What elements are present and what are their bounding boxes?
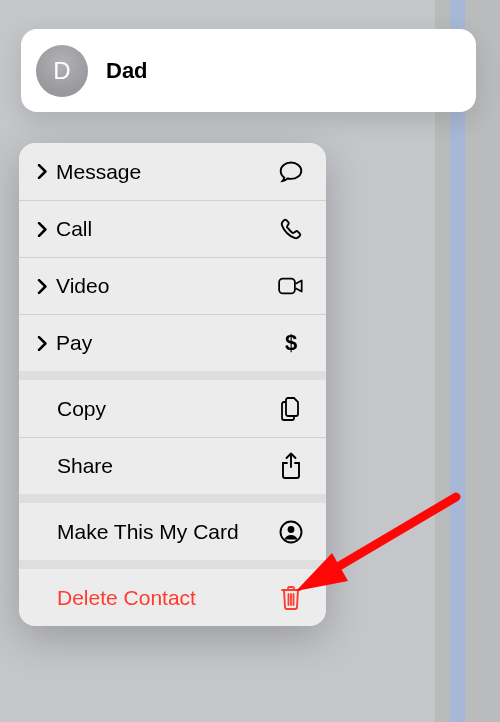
dollar-icon: $: [278, 330, 304, 356]
context-menu: Message Call: [19, 143, 326, 626]
person-circle-icon: [278, 519, 304, 545]
chevron-right-icon: [37, 164, 48, 179]
chevron-right-icon: [37, 336, 48, 351]
blurred-background: D Dad Message Call: [0, 0, 500, 722]
svg-rect-0: [279, 279, 295, 294]
contact-card[interactable]: D Dad: [21, 29, 476, 112]
share-icon: [278, 453, 304, 479]
menu-item-call-label: Call: [56, 217, 92, 241]
menu-item-share[interactable]: Share: [19, 437, 326, 494]
menu-item-call[interactable]: Call: [19, 200, 326, 257]
menu-item-make-my-card[interactable]: Make This My Card: [19, 503, 326, 560]
menu-separator: [19, 371, 326, 380]
chevron-right-icon: [37, 222, 48, 237]
menu-separator: [19, 560, 326, 569]
contact-initial: D: [53, 57, 70, 85]
menu-item-message[interactable]: Message: [19, 143, 326, 200]
menu-item-video-label: Video: [56, 274, 109, 298]
menu-item-make-my-card-label: Make This My Card: [57, 520, 239, 544]
copy-icon: [278, 396, 304, 422]
phone-icon: [278, 216, 304, 242]
menu-item-delete-label: Delete Contact: [57, 586, 196, 610]
menu-item-copy-label: Copy: [57, 397, 106, 421]
trash-icon: [278, 585, 304, 611]
chevron-right-icon: [37, 279, 48, 294]
menu-item-pay[interactable]: Pay $: [19, 314, 326, 371]
contact-name-label: Dad: [106, 58, 148, 84]
menu-item-video[interactable]: Video: [19, 257, 326, 314]
message-icon: [278, 159, 304, 185]
menu-item-delete-contact[interactable]: Delete Contact: [19, 569, 326, 626]
video-icon: [278, 273, 304, 299]
menu-item-copy[interactable]: Copy: [19, 380, 326, 437]
menu-item-pay-label: Pay: [56, 331, 92, 355]
contact-avatar: D: [36, 45, 88, 97]
svg-point-2: [288, 526, 295, 533]
menu-separator: [19, 494, 326, 503]
menu-item-message-label: Message: [56, 160, 141, 184]
menu-item-share-label: Share: [57, 454, 113, 478]
